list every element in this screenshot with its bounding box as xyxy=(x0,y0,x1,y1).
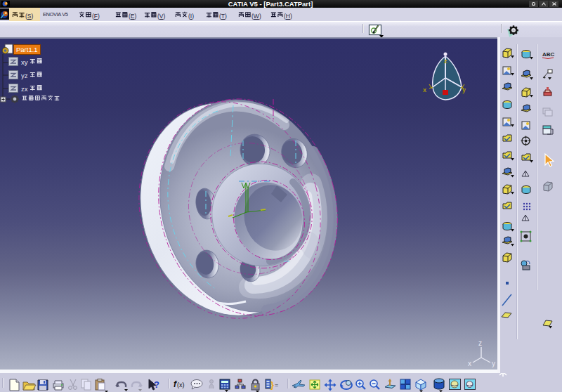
svg-text:(x): (x) xyxy=(177,381,185,388)
svg-text:z: z xyxy=(444,58,447,65)
svg-text:y: y xyxy=(462,86,466,93)
svg-text:z: z xyxy=(478,339,482,347)
svg-text:ABC: ABC xyxy=(542,51,555,58)
svg-text:x: x xyxy=(423,86,426,93)
svg-text:=: = xyxy=(275,381,278,388)
svg-text:}: } xyxy=(270,379,274,390)
svg-text:?: ? xyxy=(154,379,159,390)
svg-text:x: x xyxy=(468,360,471,367)
